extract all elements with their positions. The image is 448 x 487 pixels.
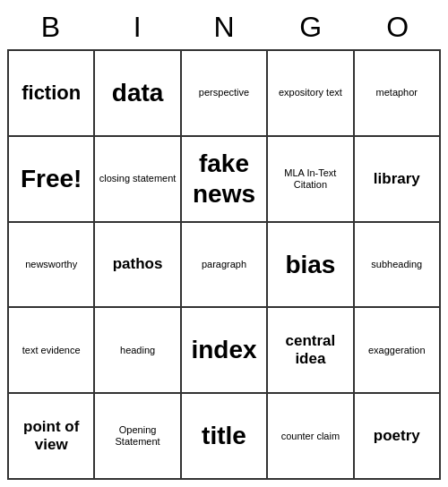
bingo-cell[interactable]: Free!	[9, 137, 95, 223]
bingo-cell[interactable]: heading	[95, 308, 181, 394]
bingo-cell[interactable]: library	[355, 137, 441, 223]
bingo-letter: O	[354, 11, 441, 44]
cell-label: MLA In-Text Citation	[271, 167, 349, 191]
cell-label: heading	[120, 345, 155, 356]
bingo-cell[interactable]: fake news	[182, 137, 268, 223]
bingo-cell[interactable]: bias	[268, 223, 354, 309]
cell-label: paragraph	[202, 259, 246, 270]
bingo-letter: N	[181, 11, 268, 44]
bingo-cell[interactable]: exaggeration	[355, 308, 441, 394]
cell-label: fiction	[22, 81, 81, 105]
bingo-cell[interactable]: poetry	[355, 394, 441, 480]
bingo-cell[interactable]: pathos	[95, 223, 181, 309]
bingo-grid: fictiondataperspectiveexpository textmet…	[7, 49, 441, 480]
bingo-cell[interactable]: metaphor	[355, 51, 441, 137]
cell-label: library	[374, 170, 420, 188]
bingo-cell[interactable]: Opening Statement	[95, 394, 181, 480]
bingo-cell[interactable]: index	[182, 308, 268, 394]
bingo-cell[interactable]: paragraph	[182, 223, 268, 309]
cell-label: expository text	[279, 87, 342, 98]
cell-label: perspective	[199, 87, 249, 98]
cell-label: central idea	[271, 332, 349, 369]
bingo-cell[interactable]: closing statement	[95, 137, 181, 223]
bingo-cell[interactable]: text evidence	[9, 308, 95, 394]
cell-label: poetry	[374, 427, 420, 445]
bingo-cell[interactable]: counter claim	[268, 394, 354, 480]
cell-label: newsworthy	[25, 259, 77, 270]
bingo-cell[interactable]: central idea	[268, 308, 354, 394]
bingo-cell[interactable]: perspective	[182, 51, 268, 137]
cell-label: closing statement	[99, 173, 177, 184]
cell-label: Free!	[21, 164, 82, 194]
cell-label: counter claim	[281, 431, 340, 442]
cell-label: metaphor	[376, 87, 418, 98]
cell-label: index	[191, 335, 256, 365]
bingo-letter: I	[94, 11, 181, 44]
bingo-cell[interactable]: newsworthy	[9, 223, 95, 309]
bingo-cell[interactable]: fiction	[9, 51, 95, 137]
cell-label: fake news	[185, 149, 263, 209]
bingo-header: BINGO	[7, 7, 441, 49]
cell-label: point of view	[13, 418, 90, 455]
cell-label: data	[112, 78, 164, 108]
cell-label: title	[202, 421, 246, 451]
bingo-cell[interactable]: point of view	[9, 394, 95, 480]
cell-label: subheading	[371, 259, 422, 270]
cell-label: exaggeration	[368, 345, 426, 356]
bingo-cell[interactable]: subheading	[355, 223, 441, 309]
bingo-cell[interactable]: title	[182, 394, 268, 480]
bingo-letter: G	[267, 11, 354, 44]
bingo-cell[interactable]: data	[95, 51, 181, 137]
bingo-cell[interactable]: expository text	[268, 51, 354, 137]
cell-label: bias	[285, 250, 335, 280]
bingo-cell[interactable]: MLA In-Text Citation	[268, 137, 354, 223]
cell-label: Opening Statement	[99, 424, 176, 448]
bingo-letter: B	[7, 11, 94, 44]
cell-label: text evidence	[22, 345, 81, 356]
cell-label: pathos	[113, 255, 163, 273]
